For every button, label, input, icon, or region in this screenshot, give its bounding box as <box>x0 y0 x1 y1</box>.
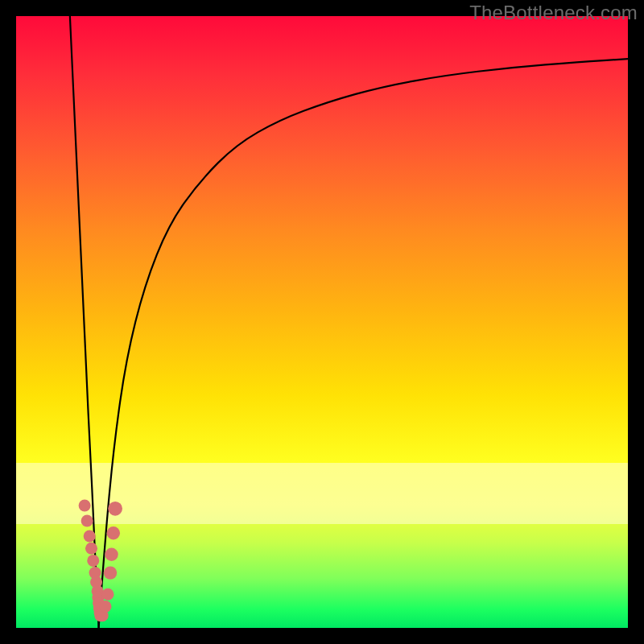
watermark-text: TheBottleneck.com <box>469 2 638 24</box>
marker-dot <box>99 601 111 613</box>
chart-frame: TheBottleneck.com <box>0 0 644 644</box>
curves-svg <box>16 16 628 628</box>
marker-dot <box>87 555 99 567</box>
marker-dot <box>105 548 118 561</box>
marker-dot <box>84 530 96 542</box>
marker-group <box>79 499 122 621</box>
marker-dot <box>85 543 97 555</box>
marker-dot <box>107 526 120 539</box>
marker-dot <box>108 502 122 516</box>
marker-dot <box>79 499 91 511</box>
marker-dot <box>81 514 93 526</box>
marker-dot <box>104 566 117 579</box>
plot-area <box>16 16 628 628</box>
right-branch-curve <box>99 59 628 628</box>
marker-dot <box>101 588 114 601</box>
